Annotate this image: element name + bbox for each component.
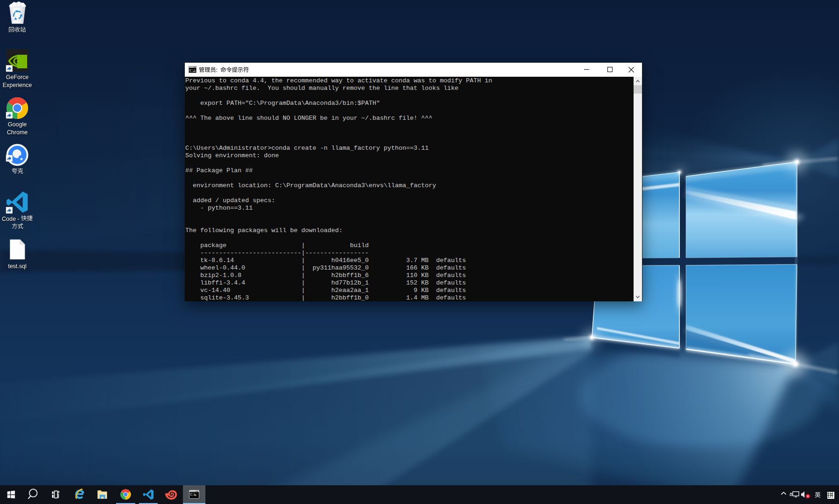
svg-text:C:\: C:\ xyxy=(190,69,196,73)
svg-text:C:\: C:\ xyxy=(190,493,196,497)
